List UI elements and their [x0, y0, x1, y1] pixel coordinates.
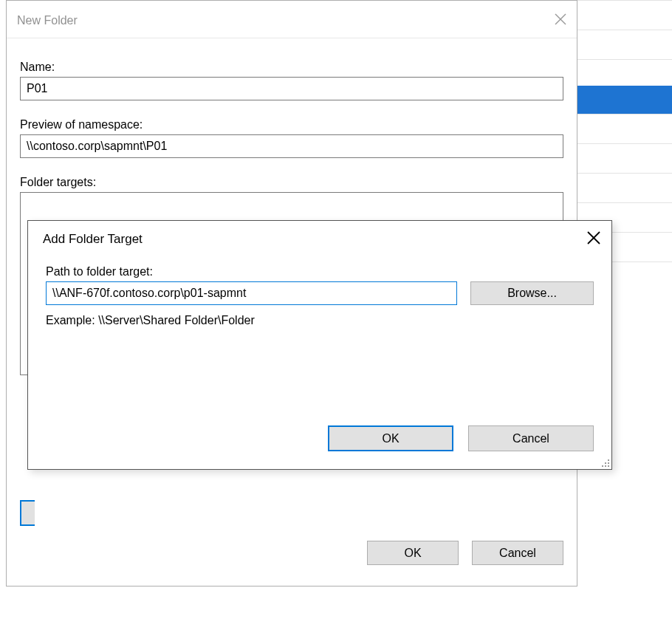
preview-value: \\contoso.corp\sapmnt\P01 [27, 140, 167, 153]
name-label: Name: [20, 61, 563, 74]
add-folder-target-title: Add Folder Target [43, 232, 143, 247]
ok-button[interactable]: OK [328, 425, 453, 451]
cancel-button[interactable]: Cancel [468, 425, 594, 451]
ok-button[interactable]: OK [367, 541, 459, 565]
preview-label: Preview of namespace: [20, 118, 563, 131]
add-button-partial[interactable] [20, 500, 35, 526]
close-icon[interactable] [553, 12, 568, 30]
targets-label: Folder targets: [20, 176, 563, 189]
browse-button[interactable]: Browse... [470, 281, 594, 305]
path-label: Path to folder target: [46, 265, 594, 278]
new-folder-title: New Folder [17, 14, 78, 27]
example-text: Example: \\Server\Shared Folder\Folder [46, 314, 594, 327]
close-icon[interactable] [586, 230, 601, 249]
cancel-button[interactable]: Cancel [472, 541, 563, 565]
new-folder-titlebar[interactable]: New Folder [7, 1, 577, 38]
name-input[interactable] [20, 77, 563, 100]
add-folder-target-titlebar[interactable]: Add Folder Target [28, 221, 611, 258]
path-input[interactable] [46, 281, 457, 305]
resize-grip-icon[interactable] [599, 456, 609, 467]
preview-input: \\contoso.corp\sapmnt\P01 [20, 134, 563, 158]
add-folder-target-dialog: Add Folder Target Path to folder target:… [27, 220, 612, 470]
